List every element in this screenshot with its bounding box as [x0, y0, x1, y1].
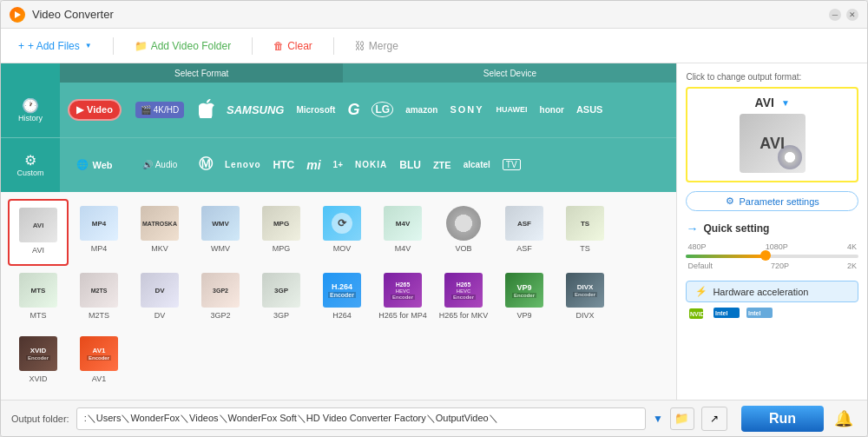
motorola-logo[interactable]: Ⓜ [199, 156, 213, 174]
format-item-avi[interactable]: AVI AVI [8, 199, 69, 266]
clear-icon: 🗑 [273, 40, 284, 52]
google-logo[interactable]: G [347, 101, 359, 119]
amazon-logo[interactable]: amazon [405, 105, 437, 115]
format-item-ts[interactable]: TS TS [555, 199, 615, 266]
honor-logo[interactable]: honor [540, 105, 564, 115]
zte-logo[interactable]: ZTE [433, 160, 451, 170]
format-item-h265mp4[interactable]: H265 HEVC Encoder H265 for MP4 [372, 266, 433, 329]
web-format-section: 🌐 Web [60, 156, 129, 174]
right-panel: Click to change output format: AVI ▼ AVI… [676, 63, 867, 400]
output-format-box[interactable]: AVI ▼ AVI [686, 87, 858, 182]
m2ts-icon-container: M2TS [79, 271, 119, 309]
huawei-logo[interactable]: HUAWEI [496, 105, 528, 114]
htc-logo[interactable]: HTC [273, 159, 295, 171]
samsung-logo[interactable]: SAMSUNG [227, 103, 284, 116]
format-item-mts[interactable]: MTS MTS [8, 266, 69, 329]
custom-button[interactable]: ⚙ Custom [11, 149, 49, 181]
tv-logo[interactable]: TV [503, 159, 521, 170]
run-label: Run [769, 411, 796, 426]
h264-icon-container: H.264 Encoder [322, 271, 362, 309]
parameter-settings-button[interactable]: ⚙ Parameter settings [686, 191, 858, 211]
merge-button[interactable]: ⛓ Merge [348, 36, 405, 56]
svg-text:Intel: Intel [748, 310, 760, 316]
format-item-3gp[interactable]: 3GP 3GP [251, 266, 312, 329]
mp4-icon: MP4 [80, 206, 118, 241]
format-item-h264[interactable]: H.264 Encoder H264 [312, 266, 372, 329]
format-item-m4v[interactable]: M4V M4V [372, 199, 433, 266]
quality-labels-bottom: Default 720P 2K [686, 262, 858, 270]
video-format-button[interactable]: ▶ Video [68, 99, 122, 121]
toolbar-sep-2 [252, 37, 253, 55]
asf-icon-container: ASF [504, 204, 544, 242]
history-button[interactable]: 🕐 History [13, 94, 48, 126]
format-item-xvid[interactable]: XVID Encoder XVID [8, 329, 69, 393]
hardware-acceleration-button[interactable]: ⚡ Hardware acceleration [686, 281, 858, 302]
add-files-button[interactable]: + + Add Files ▼ [11, 36, 99, 56]
h264-label: H264 [332, 311, 352, 320]
quality-label-480p: 480P [687, 242, 706, 251]
open-folder-button[interactable]: ↗ [701, 407, 727, 431]
wmv-icon: WMV [201, 206, 240, 241]
close-button[interactable]: ✕ [846, 9, 858, 21]
format-item-vob[interactable]: VOB [433, 199, 494, 266]
blu-logo[interactable]: BLU [399, 159, 421, 171]
dropdown-path-icon[interactable]: ▼ [653, 413, 663, 425]
lg-logo[interactable]: LG [372, 102, 393, 117]
format-item-mov[interactable]: ⟳ MOV [312, 199, 372, 266]
oneplus-logo[interactable]: 1+ [333, 160, 343, 169]
output-format-icon: AVI [738, 113, 807, 174]
format-item-asf[interactable]: ASF ASF [494, 199, 555, 266]
merge-label: Merge [369, 40, 398, 52]
apple-logo[interactable] [199, 99, 214, 121]
format-item-dv[interactable]: DV DV [129, 266, 190, 329]
sony-logo[interactable]: SONY [450, 104, 483, 115]
mkv-icon-container: MATROSKA [140, 204, 180, 242]
alcatel-logo[interactable]: alcatel [464, 160, 490, 169]
lenovo-logo[interactable]: Lenovo [225, 160, 261, 169]
select-format-header: Select Format [60, 63, 343, 83]
clear-button[interactable]: 🗑 Clear [266, 36, 319, 56]
alarm-button[interactable]: 🔔 [831, 406, 857, 432]
mts-label: MTS [30, 311, 47, 320]
fourk-format-button[interactable]: 🎬 4K/HD [135, 102, 184, 118]
3gp2-icon-container: 3GP2 [201, 271, 240, 309]
vp9-icon: VP9 Encoder [505, 273, 543, 308]
toolbar-sep-3 [333, 37, 334, 55]
merge-icon: ⛓ [355, 40, 365, 52]
quality-slider-thumb[interactable] [760, 250, 771, 261]
avi-label: AVI [32, 246, 44, 255]
format-item-wmv[interactable]: WMV WMV [190, 199, 251, 266]
output-path-input[interactable] [76, 407, 646, 430]
svg-text:Intel: Intel [715, 310, 727, 316]
audio-format-button[interactable]: 🔊 Audio [137, 156, 183, 173]
format-item-divx[interactable]: DIVX Encoder DIVX [555, 266, 615, 329]
add-folder-button[interactable]: 📁 Add Video Folder [128, 36, 239, 56]
minimize-button[interactable]: ─ [829, 9, 841, 21]
settings-icon: ⚙ [726, 195, 734, 207]
quick-setting-label: Quick setting [703, 222, 769, 235]
quality-label-4k: 4K [847, 242, 857, 251]
run-button[interactable]: Run [741, 406, 824, 432]
3gp2-icon: 3GP2 [201, 273, 240, 308]
nokia-logo[interactable]: NOKIA [355, 160, 387, 169]
output-format-hint: Click to change output format: [686, 72, 858, 82]
browse-folder-button[interactable]: 📁 [670, 407, 694, 430]
format-item-h265mkv[interactable]: H265 HEVC Encoder H265 for MKV [433, 266, 494, 329]
quality-slider-track[interactable] [686, 255, 858, 258]
divx-icon-container: DIVX Encoder [565, 271, 605, 309]
mov-icon-container: ⟳ [322, 204, 362, 242]
microsoft-logo[interactable]: Microsoft [296, 105, 335, 115]
format-item-mpg[interactable]: MPG MPG [251, 199, 312, 266]
mi-logo[interactable]: mi [306, 158, 320, 172]
format-item-m2ts[interactable]: M2TS M2TS [69, 266, 129, 329]
format-item-mp4[interactable]: MP4 MP4 [69, 199, 129, 266]
format-item-3gp2[interactable]: 3GP2 3GP2 [190, 266, 251, 329]
h265mp4-icon-container: H265 HEVC Encoder [383, 271, 423, 309]
format-item-vp9[interactable]: VP9 Encoder VP9 [494, 266, 555, 329]
format-item-av1[interactable]: AV1 Encoder AV1 [69, 329, 129, 393]
format-item-mkv[interactable]: MATROSKA MKV [129, 199, 190, 266]
nvidia-logo: NVIDIA [689, 308, 703, 321]
web-format-button[interactable]: 🌐 Web [69, 156, 119, 174]
asus-logo[interactable]: ASUS [576, 104, 603, 115]
xvid-icon: XVID Encoder [19, 336, 57, 371]
